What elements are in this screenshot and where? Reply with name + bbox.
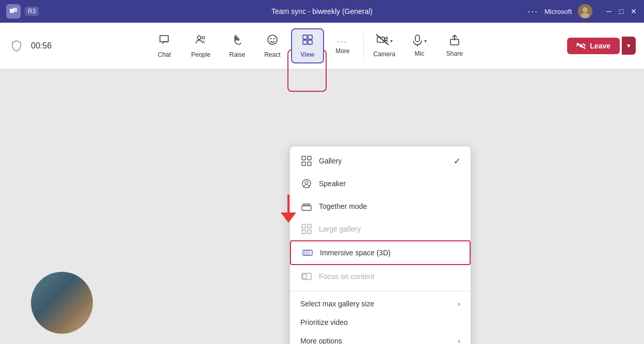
chat-button[interactable]: Chat — [148, 29, 181, 62]
people-icon — [195, 34, 207, 49]
minimize-button[interactable]: ─ — [605, 7, 613, 15]
svg-point-3 — [583, 7, 588, 12]
svg-rect-12 — [303, 40, 307, 44]
call-timer: 00:56 — [31, 41, 52, 51]
menu-item-select-gallery[interactable]: Select max gallery size › — [290, 294, 471, 313]
menu-item-together[interactable]: Together mode — [290, 195, 471, 218]
title-bar-right: ··· Microsoft ─ □ ✕ — [527, 4, 638, 19]
org-name: Microsoft — [544, 8, 572, 15]
more-icon: ··· — [337, 37, 348, 45]
title-bar-menu[interactable]: ··· — [527, 6, 538, 17]
window-title: Team sync - biweekly (General) — [271, 7, 373, 15]
view-button[interactable]: View — [291, 28, 324, 63]
raise-button[interactable]: Raise — [221, 29, 254, 62]
select-gallery-label: Select max gallery size — [300, 300, 458, 308]
view-dropdown-menu: Gallery ✓ Speaker — [290, 146, 471, 344]
people-button[interactable]: People — [183, 29, 218, 62]
maximize-button[interactable]: □ — [617, 7, 625, 15]
svg-point-9 — [273, 38, 275, 39]
menu-divider — [290, 291, 471, 291]
svg-rect-24 — [308, 156, 311, 160]
raise-label: Raise — [230, 51, 246, 58]
leave-dropdown-button[interactable]: ▾ — [622, 37, 636, 55]
raise-icon — [231, 34, 244, 49]
title-bar: R3 Team sync - biweekly (General) ··· Mi… — [0, 0, 644, 23]
svg-rect-29 — [302, 206, 311, 210]
gallery-menu-icon — [300, 155, 313, 167]
svg-rect-35 — [302, 230, 305, 234]
svg-point-4 — [581, 13, 589, 18]
leave-button[interactable]: Leave — [567, 38, 620, 54]
teams-icon — [6, 4, 21, 19]
speaker-menu-icon — [300, 177, 313, 190]
menu-item-focus[interactable]: Focus on content — [290, 265, 471, 288]
more-label: More — [335, 47, 349, 55]
r3-badge: R3 — [25, 7, 39, 16]
svg-rect-11 — [308, 35, 312, 39]
svg-rect-34 — [308, 224, 311, 228]
participant-avatar — [31, 272, 93, 334]
mic-icon — [412, 34, 423, 48]
react-icon — [266, 34, 279, 49]
immersive-menu-icon — [301, 247, 314, 259]
toolbar-center: Chat People Raise — [148, 28, 471, 63]
svg-point-8 — [270, 38, 271, 39]
title-bar-left: R3 — [6, 4, 39, 19]
share-label: Share — [446, 50, 463, 57]
focus-menu-icon — [300, 270, 313, 283]
together-menu-icon — [300, 200, 313, 212]
people-label: People — [191, 51, 210, 58]
svg-rect-25 — [302, 162, 305, 166]
toolbar-right: Leave ▾ — [567, 37, 636, 55]
menu-item-speaker[interactable]: Speaker — [290, 172, 471, 195]
svg-rect-10 — [303, 35, 307, 39]
gallery-check-icon: ✓ — [454, 156, 460, 166]
together-menu-label: Together mode — [319, 202, 460, 210]
mic-button[interactable]: ▾ Mic — [403, 30, 436, 61]
speaker-menu-label: Speaker — [319, 179, 460, 188]
svg-point-5 — [198, 36, 201, 39]
camera-button[interactable]: ▾ Camera — [368, 30, 401, 62]
leave-label: Leave — [590, 42, 610, 50]
chat-label: Chat — [158, 51, 171, 58]
more-options-label: More options — [300, 337, 458, 344]
close-button[interactable]: ✕ — [630, 7, 638, 15]
react-button[interactable]: React — [256, 29, 289, 62]
focus-menu-label: Focus on content — [319, 272, 460, 281]
svg-rect-23 — [302, 156, 305, 160]
toolbar-separator — [363, 33, 364, 59]
svg-rect-33 — [302, 224, 305, 228]
large-gallery-menu-label: Large gallery — [319, 225, 460, 233]
toolbar-left: 00:56 — [8, 38, 52, 54]
svg-point-7 — [268, 35, 277, 44]
menu-item-more-options[interactable]: More options › — [290, 332, 471, 344]
camera-dropdown-icon: ▾ — [390, 38, 393, 44]
svg-rect-1 — [13, 8, 17, 12]
camera-icon — [376, 34, 389, 48]
svg-rect-16 — [415, 35, 420, 42]
svg-point-28 — [305, 181, 308, 184]
menu-item-prioritize[interactable]: Prioritize video — [290, 313, 471, 332]
svg-rect-37 — [303, 250, 312, 255]
camera-label: Camera — [374, 51, 396, 58]
large-gallery-menu-icon — [300, 223, 313, 235]
menu-item-gallery[interactable]: Gallery ✓ — [290, 150, 471, 172]
main-content: Gallery ✓ Speaker — [0, 69, 644, 344]
react-label: React — [264, 51, 280, 58]
mic-dropdown-icon: ▾ — [424, 38, 427, 44]
view-icon — [301, 34, 314, 49]
menu-item-immersive[interactable]: Immersive space (3D) — [290, 240, 471, 265]
gallery-menu-label: Gallery — [319, 157, 454, 165]
svg-rect-36 — [308, 230, 311, 234]
view-label: View — [300, 51, 314, 58]
menu-item-large-gallery[interactable]: Large gallery — [290, 218, 471, 240]
svg-rect-42 — [303, 274, 307, 279]
shield-icon — [8, 38, 25, 54]
window-controls: ─ □ ✕ — [605, 7, 638, 15]
svg-point-6 — [202, 36, 205, 39]
share-button[interactable]: Share — [438, 30, 471, 61]
select-gallery-arrow-icon: › — [458, 300, 460, 308]
more-button[interactable]: ··· More — [326, 33, 359, 59]
chat-icon — [158, 34, 170, 49]
user-avatar[interactable] — [578, 4, 592, 19]
